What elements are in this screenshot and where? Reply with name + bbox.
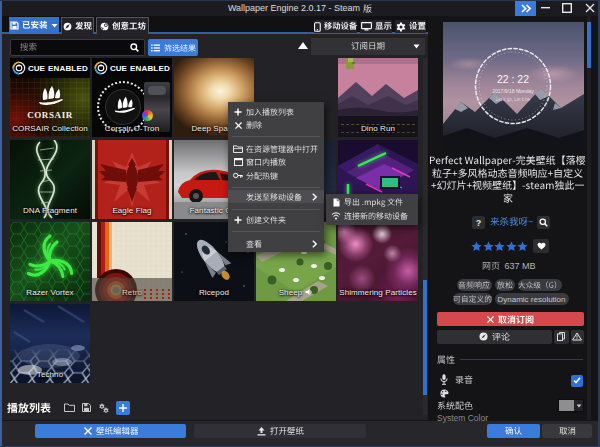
svg-text:2017/9/18 Monday: 2017/9/18 Monday [492, 88, 534, 94]
svg-text:Let it go, Let it be: Let it go, Let it be [496, 97, 531, 102]
svg-text:22 : 22: 22 : 22 [497, 73, 529, 85]
